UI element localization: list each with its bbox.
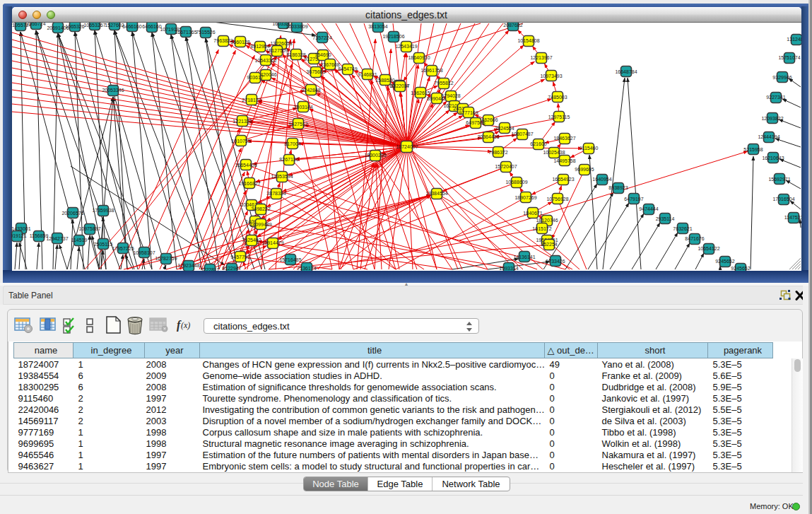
- svg-text:18127509: 18127509: [266, 48, 288, 53]
- svg-text:10654122: 10654122: [698, 246, 719, 251]
- svg-text:16654923: 16654923: [552, 177, 574, 182]
- svg-text:9227341: 9227341: [766, 95, 785, 100]
- svg-text:16210643: 16210643: [762, 156, 784, 160]
- svg-text:621600: 621600: [530, 141, 546, 146]
- svg-text:18907269: 18907269: [514, 195, 536, 200]
- svg-text:2935114: 2935114: [656, 216, 675, 221]
- svg-text:10973493: 10973493: [540, 74, 562, 78]
- svg-text:3498222: 3498222: [251, 206, 270, 211]
- svg-text:6794028: 6794028: [441, 93, 460, 98]
- svg-text:7986372: 7986372: [488, 150, 507, 155]
- svg-text:17016504: 17016504: [772, 197, 794, 201]
- svg-text:8267130: 8267130: [279, 157, 298, 162]
- svg-text:9222811: 9222811: [201, 267, 220, 271]
- svg-text:16961758: 16961758: [420, 68, 442, 73]
- svg-text:9699695: 9699695: [575, 167, 594, 172]
- svg-text:9245652: 9245652: [731, 266, 750, 271]
- svg-text:9329946: 9329946: [772, 75, 792, 80]
- svg-text:1840671: 1840671: [523, 211, 542, 216]
- svg-text:817004: 817004: [284, 141, 300, 146]
- svg-text:1010755: 1010755: [231, 139, 250, 144]
- svg-text:6497508: 6497508: [466, 120, 485, 125]
- svg-text:9427512: 9427512: [288, 122, 307, 127]
- svg-text:154690: 154690: [314, 52, 331, 57]
- svg-text:7955812: 7955812: [434, 81, 453, 86]
- svg-text:14136141: 14136141: [513, 255, 535, 259]
- svg-text:3824554: 3824554: [495, 126, 514, 131]
- svg-text:1362615: 1362615: [411, 90, 430, 95]
- svg-text:17359938: 17359938: [92, 208, 114, 213]
- svg-text:9146821: 9146821: [358, 72, 377, 77]
- svg-text:1312480: 1312480: [787, 37, 801, 42]
- svg-text:1221338: 1221338: [233, 119, 252, 124]
- svg-text:6466160: 6466160: [142, 24, 161, 29]
- svg-text:9115460: 9115460: [579, 146, 599, 151]
- svg-text:7625402: 7625402: [242, 238, 261, 243]
- svg-text:15692971: 15692971: [768, 177, 790, 182]
- svg-text:1527602: 1527602: [105, 23, 124, 28]
- svg-text:9242848: 9242848: [301, 88, 320, 93]
- svg-text:12213967: 12213967: [530, 55, 552, 60]
- svg-text:9457791: 9457791: [230, 255, 249, 259]
- svg-text:3660128: 3660128: [230, 40, 249, 45]
- svg-text:8186328: 8186328: [286, 52, 305, 57]
- svg-text:20364436: 20364436: [477, 134, 499, 139]
- svg-text:3675685: 3675685: [306, 69, 325, 74]
- svg-text:3813054: 3813054: [368, 24, 387, 29]
- svg-text:6466160: 6466160: [122, 24, 141, 29]
- svg-text:8938923: 8938923: [608, 185, 628, 190]
- svg-text:16782759: 16782759: [155, 256, 177, 261]
- svg-text:18120746: 18120746: [536, 218, 558, 223]
- svg-text:10543362: 10543362: [254, 58, 276, 63]
- svg-text:10807487: 10807487: [511, 132, 533, 136]
- svg-text:12975115: 12975115: [548, 115, 570, 119]
- svg-text:16671365: 16671365: [175, 30, 196, 35]
- svg-text:10975887: 10975887: [78, 226, 100, 231]
- svg-text:1065326: 1065326: [65, 24, 84, 29]
- svg-text:9474444: 9474444: [639, 206, 658, 211]
- svg-text:19166827: 19166827: [238, 181, 260, 186]
- svg-text:2505115: 2505115: [94, 242, 113, 247]
- svg-text:(x): (x): [181, 320, 190, 330]
- svg-text:16654408: 16654408: [235, 163, 257, 168]
- svg-text:18463627: 18463627: [553, 136, 575, 141]
- svg-text:7485003: 7485003: [548, 95, 567, 100]
- svg-text:8122947: 8122947: [222, 266, 241, 271]
- svg-text:8454749: 8454749: [338, 66, 357, 71]
- svg-text:2367608: 2367608: [320, 62, 339, 67]
- svg-text:12923448: 12923448: [177, 263, 199, 268]
- svg-text:2087682: 2087682: [503, 23, 522, 28]
- svg-text:18640910: 18640910: [408, 55, 430, 60]
- svg-text:19218506: 19218506: [382, 34, 404, 39]
- svg-text:14495758: 14495758: [553, 158, 575, 163]
- svg-text:1147531: 1147531: [784, 215, 801, 220]
- svg-text:7515526: 7515526: [196, 30, 215, 35]
- svg-text:15751074: 15751074: [778, 55, 800, 60]
- svg-text:1615172: 1615172: [532, 226, 551, 231]
- svg-text:9777169: 9777169: [459, 110, 478, 115]
- svg-text:20053346: 20053346: [102, 88, 124, 93]
- svg-text:3878334: 3878334: [266, 191, 286, 196]
- svg-text:10688609: 10688609: [505, 180, 527, 185]
- svg-text:8471676: 8471676: [685, 236, 704, 241]
- svg-text:2803144: 2803144: [293, 105, 312, 110]
- svg-text:10653267: 10653267: [83, 23, 105, 28]
- svg-text:12543419: 12543419: [395, 44, 417, 49]
- svg-text:12093822: 12093822: [761, 116, 783, 121]
- svg-text:3822037: 3822037: [390, 83, 409, 88]
- svg-text:19384554: 19384554: [425, 191, 447, 196]
- svg-text:18300295: 18300295: [364, 153, 386, 158]
- svg-text:1733426: 1733426: [546, 259, 565, 264]
- svg-text:9245652: 9245652: [715, 259, 734, 264]
- svg-text:12353594: 12353594: [271, 174, 293, 179]
- svg-text:16033809: 16033809: [286, 24, 307, 29]
- svg-text:10914479: 10914479: [261, 240, 283, 245]
- svg-text:2055724: 2055724: [26, 23, 45, 26]
- svg-text:12444194: 12444194: [758, 134, 779, 139]
- svg-text:6479197: 6479197: [624, 197, 643, 201]
- svg-text:7632621: 7632621: [673, 226, 692, 231]
- svg-text:7136174: 7136174: [297, 266, 316, 271]
- svg-text:1588520: 1588520: [375, 78, 394, 83]
- svg-text:10756928: 10756928: [546, 197, 568, 201]
- svg-text:903617: 903617: [247, 75, 263, 80]
